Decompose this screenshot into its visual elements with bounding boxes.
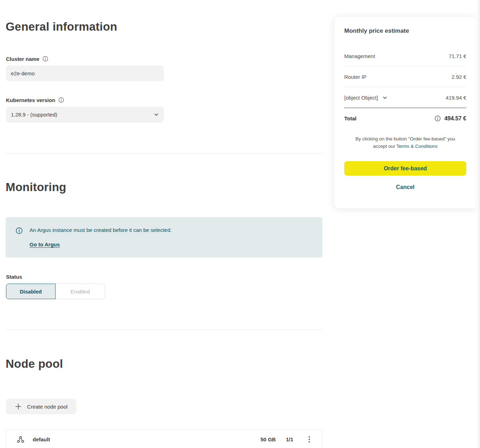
status-label: Status (6, 274, 22, 280)
price-row-management: Management 71.71 € (344, 46, 466, 67)
alert-content: An Argus instance must be created before… (30, 227, 172, 258)
kubernetes-version-label-text: Kubernetes version (6, 97, 55, 103)
total-label: Total (344, 115, 357, 121)
monthly-price-estimate-card: Monthly price estimate Management 71.71 … (334, 17, 476, 208)
node-pool-name: default (33, 436, 261, 442)
price-row-node-pools: [object Object] 419.94 € (344, 87, 466, 108)
go-to-argus-link[interactable]: Go to Argus (30, 241, 60, 247)
order-fee-based-button[interactable]: Order fee-based (344, 161, 466, 176)
price-row-value: 419.94 € (446, 95, 466, 101)
kebab-menu-icon[interactable] (307, 435, 312, 444)
info-icon[interactable] (434, 115, 441, 122)
node-pool-row[interactable]: default 50 GB 1/1 (6, 430, 322, 448)
scrollbar[interactable] (476, 0, 480, 448)
info-icon[interactable] (42, 56, 49, 62)
status-toggle-group: Disabled Enabled (6, 284, 105, 299)
terms-line1: By clicking on the button "Order fee-bas… (356, 136, 455, 141)
alert-message: An Argus instance must be created before… (30, 227, 172, 234)
create-node-pool-label: Create node pool (27, 404, 68, 410)
info-icon[interactable] (58, 97, 64, 103)
price-row-value: 71.71 € (449, 53, 466, 59)
total-row: Total 494.57 € (344, 108, 466, 129)
terms-text: By clicking on the button "Order fee-bas… (344, 135, 466, 150)
kubernetes-version-select[interactable]: 1.28.9 - (supported) (6, 107, 164, 122)
chevron-down-icon[interactable] (382, 95, 388, 100)
price-row-router-ip: Router IP 2.92 € (344, 67, 466, 87)
info-icon (15, 227, 23, 258)
chevron-down-icon (154, 112, 159, 117)
cluster-create-page: General information Cluster name Kuberne… (0, 0, 480, 448)
kubernetes-version-label: Kubernetes version (6, 97, 64, 103)
node-pool-title: Node pool (6, 357, 63, 371)
price-rows: Management 71.71 € Router IP 2.92 € [obj… (344, 46, 466, 108)
terms-line2-prefix: accept our (373, 144, 397, 149)
monitoring-title: Monitoring (6, 181, 66, 194)
divider (6, 153, 322, 153)
status-option-disabled[interactable]: Disabled (6, 284, 56, 299)
divider (6, 330, 322, 330)
price-row-value: 2.92 € (452, 74, 466, 80)
terms-and-conditions-link[interactable]: Terms & Conditions (396, 144, 437, 149)
node-pool-storage: 50 GB (261, 436, 276, 442)
create-node-pool-button[interactable]: Create node pool (6, 399, 76, 414)
node-pool-card: default 50 GB 1/1 (6, 429, 322, 448)
kubernetes-version-value: 1.28.9 - (supported) (11, 112, 57, 118)
argus-info-alert: An Argus instance must be created before… (6, 217, 322, 258)
cluster-name-label-text: Cluster name (6, 56, 39, 62)
price-row-label: Management (344, 53, 375, 59)
price-row-label: [object Object] (344, 95, 378, 101)
status-label-text: Status (6, 274, 22, 280)
price-card-title: Monthly price estimate (344, 27, 466, 34)
cluster-name-label: Cluster name (6, 56, 49, 62)
plus-icon (15, 403, 22, 410)
status-option-enabled[interactable]: Enabled (56, 284, 105, 299)
total-value: 494.57 € (444, 115, 466, 122)
node-pool-icon (17, 435, 25, 443)
general-information-title: General information (6, 20, 117, 33)
node-pool-count: 1/1 (286, 436, 293, 442)
price-row-label: Router IP (344, 74, 366, 80)
cluster-name-input[interactable] (6, 65, 164, 81)
cancel-button[interactable]: Cancel (344, 184, 466, 190)
